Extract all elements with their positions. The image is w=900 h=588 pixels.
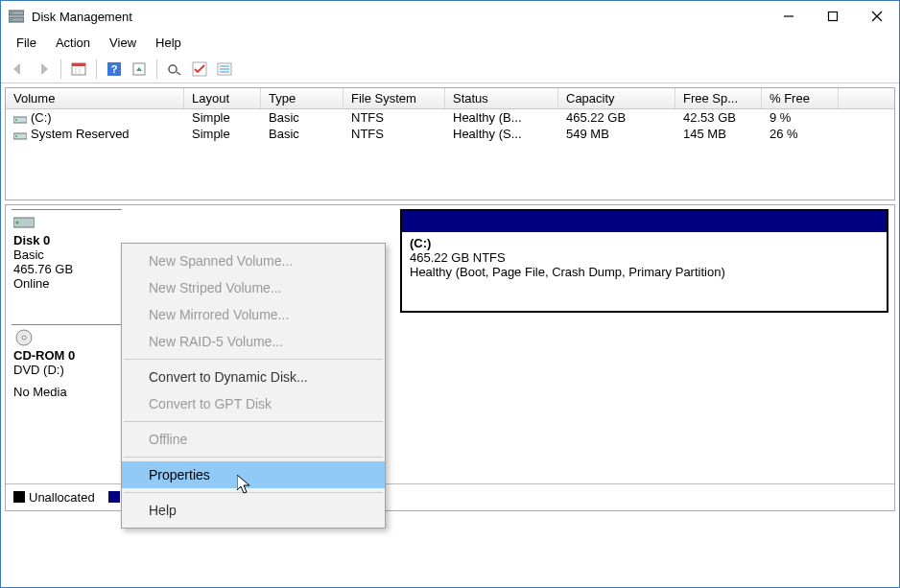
svg-rect-11	[72, 63, 85, 66]
menu-help[interactable]: Help	[146, 34, 191, 53]
partition-meta: 465.22 GB NTFS	[410, 250, 879, 265]
cell-status: Healthy (B...	[445, 109, 558, 126]
disk-name: CD-ROM 0	[13, 348, 120, 363]
toolbar-separator	[60, 59, 61, 79]
cell-type: Basic	[261, 109, 343, 126]
cell-volume: (C:)	[31, 110, 52, 125]
disk-name: Disk 0	[13, 233, 120, 247]
cell-pctfree: 9 %	[762, 109, 839, 126]
toolbar-separator	[156, 59, 157, 79]
partition-status: Healthy (Boot, Page File, Crash Dump, Pr…	[410, 265, 879, 279]
cell-freespace: 42.53 GB	[675, 109, 762, 126]
ctx-convert-dynamic[interactable]: Convert to Dynamic Disk...	[122, 364, 385, 390]
table-row[interactable]: (C:) Simple Basic NTFS Healthy (B... 465…	[6, 109, 894, 126]
calendar-icon[interactable]	[67, 58, 90, 81]
disk-kind: DVD (D:)	[13, 363, 120, 377]
disk-icon	[13, 214, 35, 231]
window-controls	[767, 1, 899, 32]
context-menu: New Spanned Volume... New Striped Volume…	[121, 243, 386, 529]
header-volume[interactable]: Volume	[6, 88, 184, 108]
volume-rows: (C:) Simple Basic NTFS Healthy (B... 465…	[6, 109, 894, 200]
ctx-new-raid5[interactable]: New RAID-5 Volume...	[122, 328, 385, 355]
swatch-primary	[108, 491, 120, 503]
refresh-icon[interactable]	[163, 58, 186, 81]
cell-filesystem: NTFS	[343, 109, 445, 126]
ctx-new-spanned[interactable]: New Spanned Volume...	[122, 247, 385, 274]
swatch-unallocated	[13, 491, 25, 503]
disk-info: CD-ROM 0 DVD (D:) No Media	[12, 324, 122, 428]
svg-point-28	[15, 135, 17, 137]
forward-button[interactable]	[32, 58, 55, 81]
ctx-separator	[124, 492, 383, 493]
cell-volume: System Reserved	[31, 127, 130, 141]
titlebar: Disk Management	[1, 1, 899, 32]
menubar: File Action View Help	[1, 32, 899, 55]
volume-list: Volume Layout Type File System Status Ca…	[5, 87, 895, 200]
window-title: Disk Management	[32, 10, 767, 24]
menu-action[interactable]: Action	[46, 34, 100, 53]
column-headers: Volume Layout Type File System Status Ca…	[6, 88, 894, 109]
header-layout[interactable]: Layout	[184, 88, 261, 108]
help-icon[interactable]: ?	[103, 58, 126, 81]
cell-filesystem: NTFS	[343, 126, 445, 142]
list-icon[interactable]	[213, 58, 236, 81]
ctx-convert-gpt[interactable]: Convert to GPT Disk	[122, 390, 385, 417]
svg-text:?: ?	[111, 63, 118, 75]
close-button[interactable]	[855, 1, 899, 32]
disk-size: 465.76 GB	[13, 262, 120, 276]
disk-kind: Basic	[13, 247, 120, 262]
header-capacity[interactable]: Capacity	[558, 88, 675, 108]
cell-layout: Simple	[184, 109, 261, 126]
minimize-button[interactable]	[767, 1, 811, 32]
ctx-separator	[124, 421, 383, 422]
header-status[interactable]: Status	[445, 88, 558, 108]
cell-status: Healthy (S...	[445, 126, 558, 142]
legend-unallocated: Unallocated	[13, 490, 95, 505]
cell-capacity: 465.22 GB	[558, 109, 675, 126]
partition-label: (C:)	[410, 236, 879, 250]
ctx-separator	[124, 359, 383, 360]
cdrom-icon	[13, 329, 35, 346]
disk-state: No Media	[13, 385, 120, 399]
drive-icon	[13, 113, 27, 123]
settings-icon[interactable]	[128, 58, 151, 81]
back-button[interactable]	[7, 58, 30, 81]
cell-layout: Simple	[184, 126, 261, 142]
svg-line-19	[177, 72, 180, 75]
drive-icon	[13, 129, 27, 139]
svg-point-18	[169, 65, 177, 73]
ctx-new-striped[interactable]: New Striped Volume...	[122, 274, 385, 301]
table-row[interactable]: System Reserved Simple Basic NTFS Health…	[6, 126, 894, 142]
svg-point-2	[11, 12, 12, 14]
header-pctfree[interactable]: % Free	[762, 88, 839, 108]
partition-c[interactable]: (C:) 465.22 GB NTFS Healthy (Boot, Page …	[400, 209, 888, 313]
menu-view[interactable]: View	[100, 34, 146, 53]
toolbar-separator	[96, 59, 97, 79]
ctx-offline[interactable]: Offline	[122, 426, 385, 453]
maximize-button[interactable]	[811, 1, 855, 32]
partition-header	[402, 211, 887, 232]
menu-file[interactable]: File	[7, 34, 46, 53]
header-type[interactable]: Type	[261, 88, 343, 108]
svg-point-3	[11, 19, 12, 21]
svg-marker-8	[13, 63, 20, 75]
svg-point-26	[15, 119, 17, 121]
svg-point-32	[22, 336, 26, 340]
cell-pctfree: 26 %	[762, 126, 839, 142]
svg-marker-9	[41, 63, 48, 75]
ctx-new-mirrored[interactable]: New Mirrored Volume...	[122, 301, 385, 328]
app-icon	[9, 9, 24, 24]
svg-point-30	[16, 222, 19, 224]
svg-rect-5	[829, 12, 838, 21]
ctx-help[interactable]: Help	[122, 497, 385, 524]
cell-capacity: 549 MB	[558, 126, 675, 142]
toolbar: ?	[1, 55, 899, 83]
disk-state: Online	[13, 276, 120, 291]
header-freespace[interactable]: Free Sp...	[675, 88, 762, 108]
check-icon[interactable]	[188, 58, 211, 81]
disk-info: Disk 0 Basic 465.76 GB Online	[12, 209, 122, 313]
ctx-separator	[124, 457, 383, 458]
header-filesystem[interactable]: File System	[343, 88, 445, 108]
cell-type: Basic	[261, 126, 343, 142]
ctx-properties[interactable]: Properties	[122, 461, 385, 488]
